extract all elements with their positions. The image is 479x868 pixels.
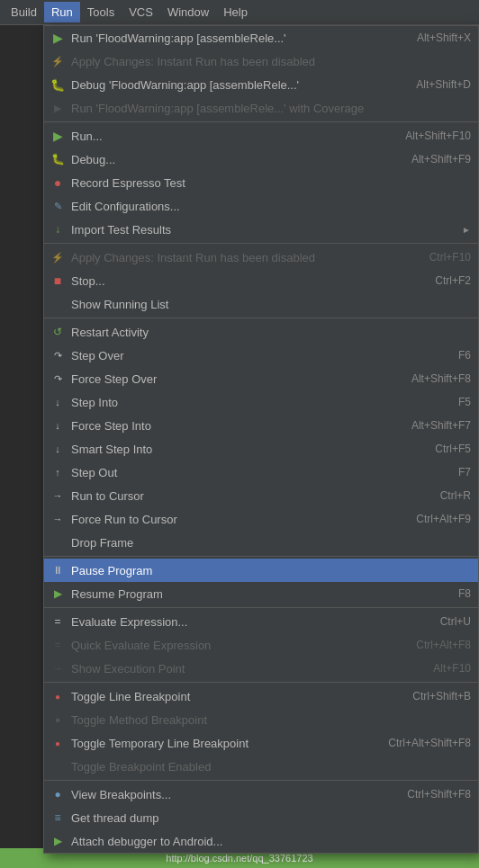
menubar-item-run[interactable]: Run	[44, 2, 80, 22]
debug-icon: 🐛	[48, 149, 68, 169]
separator	[44, 780, 478, 781]
import-icon: ↓	[48, 219, 68, 239]
menu-label: Attach debugger to Android...	[71, 835, 453, 848]
toggle-method-bp-icon: ●	[48, 710, 68, 729]
menu-item-edit-config[interactable]: ✎ Edit Configurations...	[44, 194, 478, 218]
separator	[44, 243, 478, 244]
stop-icon: ■	[48, 271, 68, 291]
menu-item-force-run-to-cursor[interactable]: → Force Run to Cursor Ctrl+Alt+F9	[44, 507, 478, 531]
menu-item-stop[interactable]: ■ Stop... Ctrl+F2	[44, 269, 478, 292]
menu-item-step-out[interactable]: ↑ Step Out F7	[44, 461, 478, 484]
evaluate-icon: =	[48, 612, 68, 631]
run-icon: ▶	[48, 126, 68, 146]
menu-item-force-step-over[interactable]: ↷ Force Step Over Alt+Shift+F8	[44, 367, 478, 390]
menubar-item-window[interactable]: Window	[160, 2, 216, 22]
menu-shortcut: Ctrl+Shift+F8	[407, 788, 471, 801]
toggle-temp-bp-icon: ●	[48, 733, 68, 753]
step-into-icon: ↓	[48, 392, 68, 412]
menu-item-import-results[interactable]: ↓ Import Test Results ►	[44, 218, 478, 241]
menu-item-force-step-into[interactable]: ↓ Force Step Into Alt+Shift+F7	[44, 414, 478, 437]
menu-label: Debug...	[71, 153, 393, 166]
execution-point-icon: →	[48, 658, 68, 678]
menu-item-drop-frame[interactable]: Drop Frame	[44, 531, 478, 554]
menu-label: Record Espresso Test	[71, 176, 453, 190]
lightning-icon: ⚡	[48, 51, 68, 71]
menubar-item-vcs[interactable]: VCS	[122, 2, 160, 22]
view-breakpoints-icon: ●	[48, 784, 68, 804]
separator	[44, 121, 478, 122]
menu-item-smart-step-into[interactable]: ↓ Smart Step Into Ctrl+F5	[44, 437, 478, 461]
menu-item-resume-program[interactable]: ▶ Resume Program F8	[44, 582, 478, 605]
menu-label: Evaluate Expression...	[71, 615, 422, 629]
menu-item-record-espresso[interactable]: ● Record Espresso Test	[44, 171, 478, 194]
menu-item-debug-app[interactable]: 🐛 Debug 'FloodWarning:app [assembleRele.…	[44, 73, 478, 96]
menu-shortcut: Ctrl+F10	[429, 251, 471, 264]
menu-item-toggle-line-bp[interactable]: ● Toggle Line Breakpoint Ctrl+Shift+B	[44, 685, 478, 708]
menu-item-attach-debugger[interactable]: ▶ Attach debugger to Android...	[44, 829, 478, 853]
menubar-item-help[interactable]: Help	[216, 2, 255, 22]
toggle-bp-enabled-icon	[48, 756, 68, 776]
menu-label: Quick Evaluate Expression	[71, 639, 398, 652]
menu-label: Step Over	[71, 349, 440, 362]
force-run-to-cursor-icon: →	[48, 509, 68, 529]
menu-item-quick-evaluate: = Quick Evaluate Expression Ctrl+Alt+F8	[44, 633, 478, 657]
menu-label: Apply Changes: Instant Run has been disa…	[71, 251, 411, 264]
menu-item-restart-activity[interactable]: ↺ Restart Activity	[44, 320, 478, 344]
menu-label: Toggle Temporary Line Breakpoint	[71, 737, 370, 750]
menu-shortcut: F8	[458, 587, 471, 600]
menu-label: Get thread dump	[71, 811, 453, 825]
menu-item-toggle-method-bp: ● Toggle Method Breakpoint	[44, 708, 478, 731]
menu-item-run[interactable]: ▶ Run... Alt+Shift+F10	[44, 124, 478, 148]
menu-label: Step Out	[71, 466, 440, 479]
menu-item-show-running[interactable]: Show Running List	[44, 292, 478, 316]
menu-shortcut: F7	[458, 466, 471, 479]
menu-shortcut: Alt+Shift+F7	[411, 419, 471, 432]
smart-step-into-icon: ↓	[48, 439, 68, 459]
menu-item-pause-program[interactable]: ⏸ Pause Program	[44, 559, 478, 582]
menubar: Build Run Tools VCS Window Help	[0, 0, 479, 25]
menubar-item-build[interactable]: Build	[4, 2, 44, 22]
menu-label: Step Into	[71, 396, 440, 409]
menu-label: View Breakpoints...	[71, 788, 389, 801]
menu-item-toggle-temp-bp[interactable]: ● Toggle Temporary Line Breakpoint Ctrl+…	[44, 731, 478, 755]
separator	[44, 318, 478, 318]
toggle-line-bp-icon: ●	[48, 686, 68, 706]
menu-label: Run 'FloodWarning:app [assembleRele...'	[71, 31, 399, 45]
menu-item-view-breakpoints[interactable]: ● View Breakpoints... Ctrl+Shift+F8	[44, 783, 478, 806]
menubar-item-tools[interactable]: Tools	[80, 2, 122, 22]
menu-item-run-coverage: ▶ Run 'FloodWarning:app [assembleRele...…	[44, 96, 478, 120]
menu-shortcut: Ctrl+U	[440, 615, 471, 628]
run-icon: ▶	[48, 28, 68, 48]
menu-shortcut: Ctrl+Alt+Shift+F8	[388, 737, 471, 749]
step-out-icon: ↑	[48, 462, 68, 482]
menu-shortcut: Alt+Shift+F10	[405, 130, 471, 142]
run-to-cursor-icon: →	[48, 486, 68, 506]
separator	[44, 556, 478, 557]
menu-shortcut: Ctrl+Shift+B	[412, 690, 471, 702]
menu-shortcut: Ctrl+R	[440, 489, 471, 502]
menu-item-apply-changes-2: ⚡ Apply Changes: Instant Run has been di…	[44, 246, 478, 269]
edit-icon: ✎	[48, 196, 68, 216]
debug-icon: 🐛	[48, 75, 68, 94]
menu-item-step-over[interactable]: ↷ Step Over F6	[44, 344, 478, 367]
separator	[44, 607, 478, 608]
menu-item-evaluate-expression[interactable]: = Evaluate Expression... Ctrl+U	[44, 610, 478, 633]
menu-label: Edit Configurations...	[71, 200, 453, 213]
list-icon	[48, 294, 68, 314]
menu-label: Smart Step Into	[71, 443, 417, 456]
menu-item-run-app[interactable]: ▶ Run 'FloodWarning:app [assembleRele...…	[44, 26, 478, 49]
menu-shortcut: Alt+Shift+X	[417, 31, 471, 44]
menu-item-get-thread-dump[interactable]: ≡ Get thread dump	[44, 806, 478, 829]
menu-label: Show Running List	[71, 298, 453, 311]
menu-label: Force Step Into	[71, 419, 393, 433]
resume-icon: ▶	[48, 584, 68, 604]
menu-shortcut: Alt+F10	[433, 662, 471, 675]
menu-item-step-into[interactable]: ↓ Step Into F5	[44, 390, 478, 414]
menu-label: Toggle Line Breakpoint	[71, 690, 394, 703]
menu-item-run-to-cursor[interactable]: → Run to Cursor Ctrl+R	[44, 484, 478, 507]
menu-item-toggle-bp-enabled: Toggle Breakpoint Enabled	[44, 755, 478, 778]
menu-shortcut: F5	[458, 396, 471, 408]
menu-label: Import Test Results	[71, 223, 437, 237]
menu-label: Restart Activity	[71, 326, 453, 339]
menu-item-debug[interactable]: 🐛 Debug... Alt+Shift+F9	[44, 148, 478, 171]
